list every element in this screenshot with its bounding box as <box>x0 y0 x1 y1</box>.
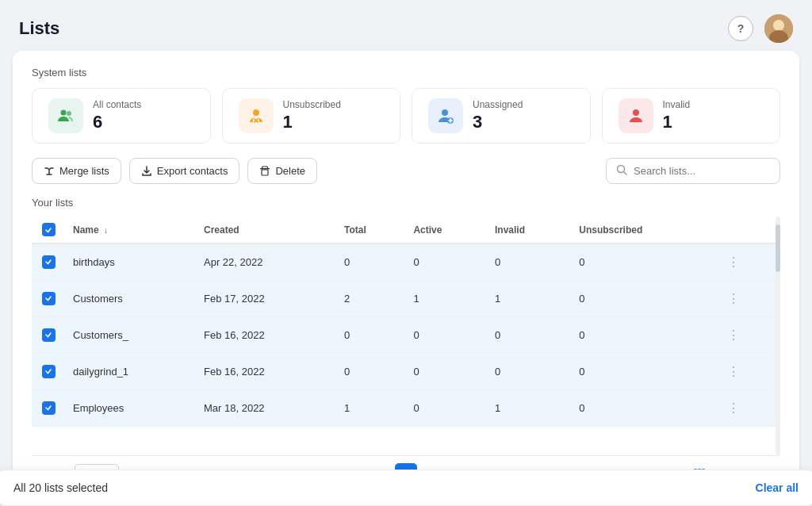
col-total[interactable]: Total <box>336 217 405 243</box>
scrollbar-track[interactable] <box>776 217 780 455</box>
row-invalid: 0 <box>487 354 571 390</box>
row-checkbox[interactable] <box>42 292 56 305</box>
row-total: 0 <box>336 354 405 390</box>
invalid-label: Invalid <box>663 99 691 110</box>
col-created[interactable]: Created <box>196 217 336 243</box>
search-icon <box>616 164 627 178</box>
row-checkbox-cell[interactable] <box>32 354 65 390</box>
row-checkbox-cell[interactable] <box>32 243 65 281</box>
select-all-header[interactable] <box>32 217 65 243</box>
row-created: Feb 16, 2022 <box>196 354 336 390</box>
merge-lists-button[interactable]: Merge lists <box>32 158 121 184</box>
unsubscribed-count: 1 <box>283 112 341 132</box>
help-button[interactable]: ? <box>728 16 753 41</box>
row-dots-icon[interactable]: ⋮ <box>724 255 743 269</box>
row-unsubscribed: 0 <box>571 243 716 281</box>
main-card: System lists All contacts 6 <box>13 51 799 492</box>
col-active[interactable]: Active <box>405 217 487 243</box>
table-row: birthdays Apr 22, 2022 0 0 0 0 ⋮ <box>32 243 780 281</box>
search-box[interactable] <box>606 158 780 184</box>
unassigned-label: Unassigned <box>473 99 523 110</box>
all-contacts-label: All contacts <box>93 99 141 110</box>
clear-all-button[interactable]: Clear all <box>756 481 799 494</box>
row-checkbox[interactable] <box>42 365 56 378</box>
sys-card-invalid[interactable]: Invalid 1 <box>602 88 781 144</box>
help-icon: ? <box>737 22 745 35</box>
page-title: Lists <box>19 18 59 39</box>
unassigned-icon <box>428 98 463 133</box>
svg-line-19 <box>624 172 627 175</box>
svg-point-13 <box>633 109 639 116</box>
row-checkbox-cell[interactable] <box>32 390 65 427</box>
all-contacts-icon <box>48 98 83 133</box>
table-row: dailygrind_1 Feb 16, 2022 0 0 0 0 ⋮ <box>32 354 780 390</box>
row-menu[interactable]: ⋮ <box>716 354 780 390</box>
row-unsubscribed: 0 <box>571 390 716 427</box>
svg-point-3 <box>61 110 67 116</box>
delete-button[interactable]: Delete <box>247 158 317 184</box>
svg-point-1 <box>773 20 784 31</box>
row-total: 0 <box>336 243 405 281</box>
row-checkbox[interactable] <box>42 401 56 415</box>
system-cards: All contacts 6 Unsubscribed 1 <box>32 88 780 144</box>
row-created: Feb 17, 2022 <box>196 281 336 317</box>
trash-icon <box>259 166 270 177</box>
toolbar: Merge lists Export contacts Delete <box>32 158 780 184</box>
row-active: 0 <box>405 354 487 390</box>
merge-icon <box>44 166 55 177</box>
row-dots-icon[interactable]: ⋮ <box>724 401 743 415</box>
row-menu[interactable]: ⋮ <box>716 390 780 427</box>
unsubscribed-info: Unsubscribed 1 <box>283 99 341 132</box>
col-actions <box>716 217 780 243</box>
page-header: Lists ? <box>0 0 812 51</box>
row-checkbox[interactable] <box>42 255 56 269</box>
all-contacts-info: All contacts 6 <box>93 99 141 132</box>
sort-icon: ↓ <box>104 226 108 235</box>
sys-card-unsubscribed[interactable]: Unsubscribed 1 <box>222 88 401 144</box>
row-checkbox-cell[interactable] <box>32 281 65 317</box>
row-dots-icon[interactable]: ⋮ <box>724 292 743 305</box>
svg-rect-16 <box>260 168 270 170</box>
row-dots-icon[interactable]: ⋮ <box>724 328 743 342</box>
row-menu[interactable]: ⋮ <box>716 243 780 281</box>
export-contacts-button[interactable]: Export contacts <box>129 158 240 184</box>
row-name: birthdays <box>65 243 196 281</box>
table-header-row: Name ↓ Created Total Active Invalid Unsu… <box>32 217 780 243</box>
table-row: Employees Mar 18, 2022 1 0 1 0 ⋮ <box>32 390 780 427</box>
row-menu[interactable]: ⋮ <box>716 281 780 317</box>
svg-point-5 <box>253 109 259 116</box>
row-active: 1 <box>405 281 487 317</box>
row-invalid: 1 <box>487 281 571 317</box>
row-menu[interactable]: ⋮ <box>716 317 780 354</box>
svg-rect-17 <box>262 170 268 175</box>
row-name: Customers <box>65 281 196 317</box>
col-unsubscribed[interactable]: Unsubscribed <box>571 217 716 243</box>
table-row: Customers Feb 17, 2022 2 1 1 0 ⋮ <box>32 281 780 317</box>
row-checkbox-cell[interactable] <box>32 317 65 354</box>
row-total: 1 <box>336 390 405 427</box>
selection-text: All 20 lists selected <box>13 481 108 494</box>
col-invalid[interactable]: Invalid <box>487 217 571 243</box>
avatar[interactable] <box>764 14 793 43</box>
search-input[interactable] <box>634 165 770 177</box>
unassigned-count: 3 <box>473 112 523 132</box>
sys-card-all-contacts[interactable]: All contacts 6 <box>32 88 211 144</box>
your-lists-label: Your lists <box>32 197 780 209</box>
row-invalid: 0 <box>487 317 571 354</box>
unassigned-info: Unassigned 3 <box>473 99 523 132</box>
export-icon <box>141 166 152 177</box>
invalid-count: 1 <box>663 112 691 132</box>
row-total: 0 <box>336 317 405 354</box>
header-actions: ? <box>728 14 793 43</box>
all-contacts-count: 6 <box>93 112 141 132</box>
row-unsubscribed: 0 <box>571 317 716 354</box>
svg-point-4 <box>67 111 71 116</box>
scrollbar-thumb <box>776 224 780 272</box>
row-total: 2 <box>336 281 405 317</box>
sys-card-unassigned[interactable]: Unassigned 3 <box>412 88 591 144</box>
svg-point-9 <box>442 109 448 116</box>
col-name[interactable]: Name ↓ <box>65 217 196 243</box>
row-checkbox[interactable] <box>42 328 56 342</box>
row-name: Employees <box>65 390 196 427</box>
row-dots-icon[interactable]: ⋮ <box>724 365 743 378</box>
